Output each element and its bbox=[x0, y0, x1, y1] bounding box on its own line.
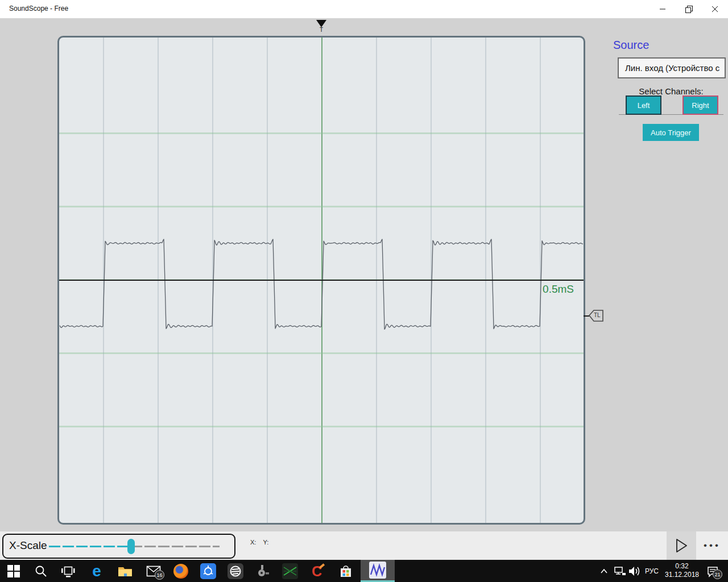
start-button[interactable] bbox=[0, 560, 27, 582]
ccleaner-button[interactable]: C bbox=[304, 560, 332, 582]
soundscope-icon bbox=[369, 562, 386, 579]
bottom-control-bar: X-Scale X: Y: ••• bbox=[0, 531, 728, 560]
network-icon bbox=[614, 566, 626, 577]
minimize-button[interactable] bbox=[650, 0, 676, 18]
minimize-icon bbox=[659, 6, 666, 13]
clock[interactable]: 0:32 31.12.2018 bbox=[662, 562, 702, 580]
trigger-level-line[interactable] bbox=[59, 280, 584, 281]
ccleaner-icon: C bbox=[310, 563, 326, 579]
trigger-level-tag[interactable]: TL bbox=[589, 310, 603, 322]
tray-expand-button[interactable] bbox=[596, 560, 612, 582]
more-options-button[interactable]: ••• bbox=[696, 531, 728, 560]
x-scale-slider[interactable] bbox=[49, 546, 220, 547]
mail-button[interactable]: 16 bbox=[140, 560, 167, 582]
source-device-combobox[interactable]: Лин. вход (Устройство с bbox=[618, 57, 726, 78]
x-scale-group: X-Scale bbox=[2, 534, 235, 559]
search-button[interactable] bbox=[27, 560, 55, 582]
firefox-button[interactable] bbox=[167, 560, 195, 582]
file-explorer-button[interactable] bbox=[111, 560, 139, 582]
edge-button[interactable]: e bbox=[83, 560, 110, 582]
restore-icon bbox=[685, 6, 693, 13]
firefox-icon bbox=[173, 564, 188, 579]
network-tray-button[interactable] bbox=[612, 560, 628, 582]
play-icon bbox=[675, 538, 688, 554]
title-bar: SoundScope - Free bbox=[0, 0, 728, 18]
language-indicator[interactable]: РУС bbox=[642, 560, 662, 582]
search-icon bbox=[34, 564, 48, 578]
edge-icon: e bbox=[92, 564, 101, 579]
taskbar: e 16 bbox=[0, 560, 728, 582]
clock-time: 0:32 bbox=[662, 562, 702, 571]
right-channel-button[interactable]: Right bbox=[682, 95, 718, 115]
volume-tray-button[interactable] bbox=[627, 560, 643, 582]
trigger-level-tag-label: TL bbox=[594, 312, 601, 318]
task-view-icon bbox=[61, 564, 76, 578]
file-explorer-icon bbox=[117, 564, 133, 578]
window-title: SoundScope - Free bbox=[9, 5, 68, 13]
time-per-division-label: 0.5mS bbox=[511, 283, 574, 296]
media-app-button[interactable] bbox=[222, 560, 249, 582]
spectrum-app-button[interactable] bbox=[276, 560, 304, 582]
microsoft-store-icon bbox=[338, 564, 353, 579]
x-scale-label: X-Scale bbox=[9, 539, 47, 552]
soundscope-taskbar-button[interactable] bbox=[361, 560, 395, 582]
audio-tool-icon bbox=[255, 563, 271, 579]
shareit-button[interactable] bbox=[195, 560, 222, 582]
main-content: T 0.5mS TL Source Лин. вход (Устройство … bbox=[0, 18, 728, 560]
shareit-icon bbox=[200, 563, 216, 579]
restore-button[interactable] bbox=[676, 0, 702, 18]
coord-x-label: X: bbox=[250, 539, 256, 546]
left-channel-button[interactable]: Left bbox=[626, 95, 661, 115]
microsoft-store-button[interactable] bbox=[332, 560, 359, 582]
trigger-time-marker-label: T bbox=[316, 27, 326, 33]
x-scale-slider-fill bbox=[49, 546, 131, 547]
mail-badge: 16 bbox=[155, 570, 164, 580]
select-channels-label: Select Channels: bbox=[619, 86, 723, 96]
audio-tool-button[interactable] bbox=[249, 560, 276, 582]
x-scale-slider-thumb[interactable] bbox=[127, 539, 135, 554]
task-view-button[interactable] bbox=[55, 560, 82, 582]
coord-y-label: Y: bbox=[263, 539, 268, 546]
auto-trigger-button[interactable]: Auto Trigger bbox=[643, 124, 699, 141]
chevron-up-icon bbox=[599, 566, 609, 576]
volume-icon bbox=[628, 565, 642, 577]
oscilloscope-display[interactable]: 0.5mS bbox=[57, 36, 585, 525]
action-center-button[interactable]: 21 bbox=[703, 560, 722, 582]
spectrum-app-icon bbox=[282, 563, 298, 579]
start-icon bbox=[7, 564, 20, 578]
source-device-value: Лин. вход (Устройство с bbox=[619, 63, 719, 73]
play-button[interactable] bbox=[667, 531, 696, 560]
close-button[interactable] bbox=[702, 0, 728, 18]
application-window: SoundScope - Free T 0.5mS TL bbox=[0, 0, 728, 582]
close-icon bbox=[712, 6, 718, 13]
cursor-coordinates: X: Y: bbox=[250, 539, 268, 546]
source-panel-title: Source bbox=[613, 39, 649, 52]
media-app-icon bbox=[228, 563, 243, 579]
clock-date: 31.12.2018 bbox=[662, 571, 702, 579]
notification-badge: 21 bbox=[713, 569, 722, 579]
